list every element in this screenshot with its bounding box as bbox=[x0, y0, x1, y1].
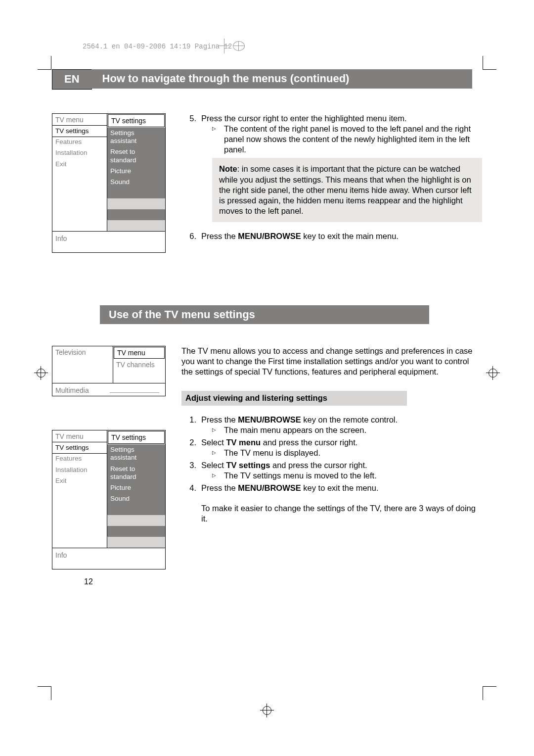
television-menu-diagram: Television TV menu TV channels Multimedi… bbox=[52, 346, 166, 396]
triangle-icon: ▷ bbox=[212, 425, 224, 435]
language-tab: EN bbox=[52, 69, 92, 90]
menu3-left-header: TV menu bbox=[52, 430, 107, 442]
menu1-left-item-3: Exit bbox=[52, 159, 107, 170]
adj-step-3-sub: The TV settings menu is moved to the lef… bbox=[224, 471, 482, 481]
menu1-info: Info bbox=[52, 232, 165, 252]
adj-step-1-sub: The main menu appears on the screen. bbox=[224, 425, 482, 435]
menu1-left-item-1: Features bbox=[52, 137, 107, 147]
menu1-right-item-2: Picture bbox=[107, 166, 165, 177]
register-mark-bottom bbox=[260, 704, 274, 717]
adj-step-3-a: Select bbox=[201, 461, 226, 470]
tv-menu-diagram-2: TV menu TV settings Features Installatio… bbox=[52, 430, 166, 569]
adj-step-3: 3. Select TV settings and press the curs… bbox=[181, 460, 482, 481]
menu2-right-sub: TV channels bbox=[113, 359, 165, 370]
title-row-2: Use of the TV menu settings bbox=[52, 305, 482, 324]
menu3-right-item-0: Settings assistant bbox=[107, 444, 165, 463]
triangle-icon: ▷ bbox=[212, 124, 224, 155]
menu3-left-item-3: Exit bbox=[52, 475, 107, 486]
step-6-c: key to exit the main menu. bbox=[301, 232, 399, 240]
register-mark-left bbox=[34, 366, 48, 380]
adj-step-4-c: key to exit the menu. bbox=[301, 483, 379, 492]
menu3-right-header: TV settings bbox=[108, 431, 165, 444]
menu2-right-sel: TV menu bbox=[114, 347, 165, 359]
heading-navigate: How to navigate through the menus (conti… bbox=[91, 69, 472, 89]
step-5-sub: The content of the right panel is moved … bbox=[224, 124, 482, 155]
header-crosshair-icon bbox=[220, 39, 240, 53]
adj-step-1: 1. Press the MENU/BROWSE key on the remo… bbox=[181, 415, 482, 435]
menu1-right-item-1: Reset to standard bbox=[107, 146, 165, 165]
adj-step-1-num: 1. bbox=[181, 415, 201, 435]
step-5-text: Press the cursor right to enter the high… bbox=[201, 114, 406, 123]
adj-step-4-b: MENU/BROWSE bbox=[238, 483, 301, 492]
page-content: ENHow to navigate through the menus (con… bbox=[52, 69, 482, 569]
menu1-right-item-0: Settings assistant bbox=[107, 128, 165, 146]
crop-mark-bl bbox=[38, 686, 51, 700]
tail-paragraph: To make it easier to change the settings… bbox=[181, 503, 482, 524]
menu3-left-item-1: Features bbox=[52, 453, 107, 464]
menu3-right-item-1: Reset to standard bbox=[107, 464, 165, 482]
menu1-left-item-0: TV settings bbox=[52, 125, 107, 137]
register-mark-right bbox=[486, 366, 500, 380]
menu1-left-item-2: Installation bbox=[52, 147, 107, 158]
step-6-b: MENU/BROWSE bbox=[238, 232, 301, 240]
menu3-info: Info bbox=[52, 548, 165, 569]
adj-step-2-sub: The TV menu is displayed. bbox=[224, 448, 482, 458]
adj-step-1-a: Press the bbox=[201, 415, 238, 424]
adj-step-2-a: Select bbox=[201, 438, 226, 447]
crop-mark-br bbox=[483, 686, 496, 700]
menu1-right-item-3: Sound bbox=[107, 177, 165, 188]
triangle-icon: ▷ bbox=[212, 448, 224, 458]
subheading-adjust: Adjust viewing and listering settings bbox=[181, 391, 407, 405]
step-6-a: Press the bbox=[201, 232, 238, 240]
heading-tv-menu-settings: Use of the TV menu settings bbox=[100, 305, 429, 324]
intro-paragraph: The TV menu allows you to access and cha… bbox=[181, 346, 482, 377]
adj-step-4: 4. Press the MENU/BROWSE key to exit the… bbox=[181, 483, 482, 493]
step-6-number: 6. bbox=[181, 231, 201, 241]
adj-step-4-num: 4. bbox=[181, 483, 201, 493]
tv-menu-diagram-1: TV menu TV settings Features Installatio… bbox=[52, 113, 166, 253]
menu2-left-bottom: Multimedia bbox=[55, 386, 89, 394]
menu3-right-item-2: Picture bbox=[107, 482, 165, 493]
note-box: Note: in some cases it is important that… bbox=[212, 158, 482, 222]
header-meta: 2564.1 en 04-09-2006 14:19 Pagina 12 bbox=[83, 43, 232, 50]
adj-step-4-a: Press the bbox=[201, 483, 238, 492]
page-number: 12 bbox=[84, 577, 93, 586]
adj-step-3-num: 3. bbox=[181, 460, 201, 481]
menu1-right-header: TV settings bbox=[108, 114, 165, 127]
menu2-left-top: Television bbox=[52, 346, 113, 383]
adj-step-3-c: and press the cursor right. bbox=[270, 461, 367, 470]
menu3-left-item-0: TV settings bbox=[52, 442, 107, 454]
crop-mark-tl bbox=[38, 56, 51, 70]
underline-icon bbox=[110, 385, 159, 393]
adj-step-3-b: TV settings bbox=[226, 461, 270, 470]
crop-mark-tr bbox=[483, 56, 496, 70]
triangle-icon: ▷ bbox=[212, 471, 224, 481]
step-5-number: 5. bbox=[181, 113, 201, 229]
step-5: 5. Press the cursor right to enter the h… bbox=[181, 113, 482, 229]
adj-step-1-b: MENU/BROWSE bbox=[238, 415, 301, 424]
adj-step-2-b: TV menu bbox=[226, 438, 261, 447]
menu1-left-header: TV menu bbox=[52, 114, 107, 126]
adj-step-1-c: key on the remote control. bbox=[301, 415, 398, 424]
adj-step-2: 2. Select TV menu and press the cursor r… bbox=[181, 437, 482, 458]
title-row-1: ENHow to navigate through the menus (con… bbox=[52, 69, 482, 90]
menu3-right-item-3: Sound bbox=[107, 493, 165, 504]
note-text: : in some cases it is important that the… bbox=[219, 164, 472, 215]
note-label: Note bbox=[219, 164, 237, 173]
menu3-left-item-2: Installation bbox=[52, 465, 107, 475]
adj-step-2-num: 2. bbox=[181, 437, 201, 458]
step-6: 6. Press the MENU/BROWSE key to exit the… bbox=[181, 231, 482, 241]
adj-step-2-c: and press the cursor right. bbox=[261, 438, 357, 447]
